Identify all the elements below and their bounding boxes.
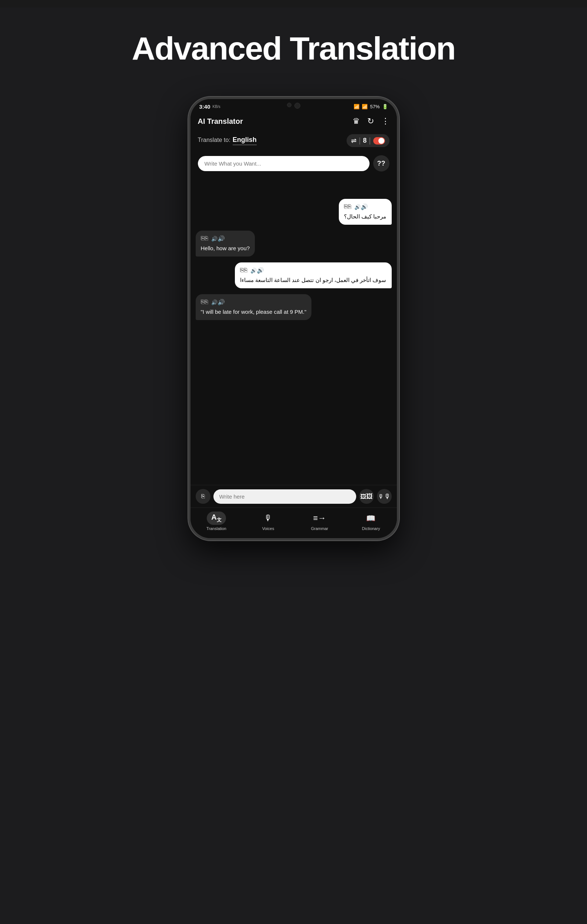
question-icon: ? bbox=[377, 160, 385, 167]
copy-icon-4[interactable]: ⎘ bbox=[201, 299, 208, 306]
message-bubble-2: ⎘ 🔊 Hello, how are you? bbox=[196, 231, 255, 256]
translate-bar: Translate to: English | 8 | bbox=[190, 130, 397, 152]
nav-item-translation[interactable]: A文 Translation bbox=[207, 512, 227, 531]
mic-icon: 🎙 bbox=[378, 493, 390, 500]
status-time: 3:40 bbox=[199, 104, 210, 110]
nav-dictionary-icon: 📖 bbox=[366, 514, 375, 523]
nav-dictionary-icon-wrap: 📖 bbox=[361, 512, 380, 525]
chat-spacer bbox=[190, 177, 397, 191]
bottom-nav: A文 Translation 🎙 Voices ≡→ Grammar 📖 bbox=[190, 507, 397, 538]
nav-voices-label: Voices bbox=[262, 526, 274, 531]
camera-dot-left bbox=[287, 103, 291, 107]
nav-voices-icon: 🎙 bbox=[264, 513, 272, 523]
bubble-4-text: "I will be late for work, please call at… bbox=[201, 308, 307, 316]
camera-dot-right bbox=[294, 103, 300, 109]
speaker-icon-4[interactable]: 🔊 bbox=[211, 299, 225, 306]
nav-grammar-icon-wrap: ≡→ bbox=[310, 512, 329, 525]
nav-item-voices[interactable]: 🎙 Voices bbox=[258, 512, 278, 531]
paste-icon[interactable]: ⎘ bbox=[196, 489, 210, 504]
divider: | bbox=[359, 136, 360, 145]
phone-frame: 3:40 KB/s 📶 📶 57% 🔋 AI Translator bbox=[188, 97, 399, 540]
page-title: Advanced Translation bbox=[132, 30, 455, 67]
page-wrapper: Advanced Translation 3:40 KB/s 📶 📶 57% 🔋… bbox=[0, 7, 587, 924]
header-icons bbox=[352, 116, 390, 126]
copy-icon-3[interactable]: ⎘ bbox=[240, 267, 248, 274]
wifi-icon: 📶 bbox=[354, 104, 359, 109]
translate-to-label: Translate to: bbox=[198, 137, 230, 144]
speaker-icon-3[interactable]: 🔊 bbox=[250, 267, 264, 274]
nav-translation-icon: A文 bbox=[211, 513, 221, 523]
speaker-icon-2[interactable]: 🔊 bbox=[211, 235, 225, 242]
nav-item-grammar[interactable]: ≡→ Grammar bbox=[310, 512, 329, 531]
bubble-2-text: Hello, how are you? bbox=[201, 244, 250, 252]
bubble-3-icons: ⎘ 🔊 bbox=[240, 267, 387, 274]
bottom-input-area: ⎘ 🖼 🎙 bbox=[190, 485, 397, 507]
camera-area bbox=[287, 103, 300, 109]
paste-symbol: ⎘ bbox=[201, 493, 205, 500]
nav-voices-icon-wrap: 🎙 bbox=[258, 512, 278, 525]
image-button[interactable]: 🖼 bbox=[359, 489, 374, 504]
app-header: AI Translator bbox=[190, 113, 397, 130]
search-area: ? bbox=[190, 152, 397, 177]
help-button[interactable]: ? bbox=[373, 155, 390, 172]
battery-icon: 🔋 bbox=[382, 104, 388, 109]
app-title: AI Translator bbox=[198, 117, 243, 125]
search-input[interactable] bbox=[198, 156, 369, 171]
bottom-input[interactable] bbox=[213, 489, 356, 504]
speaker-icon-1[interactable]: 🔊 bbox=[354, 203, 368, 210]
message-bubble-4: ⎘ 🔊 "I will be late for work, please cal… bbox=[196, 294, 312, 320]
battery-percent: 57% bbox=[370, 104, 380, 109]
nav-translation-icon-wrap: A文 bbox=[207, 512, 226, 525]
nav-dictionary-label: Dictionary bbox=[362, 526, 380, 531]
mic-button[interactable]: 🎙 bbox=[377, 489, 392, 504]
message-bubble-1: ⎘ 🔊 مرحبا كيف الحال؟ bbox=[339, 199, 391, 225]
copy-icon-1[interactable]: ⎘ bbox=[344, 203, 351, 210]
shuffle-icon[interactable] bbox=[351, 137, 357, 145]
signal-icon: 📶 bbox=[362, 104, 368, 109]
toggle-switch[interactable] bbox=[373, 137, 385, 145]
bottom-right-icons: 🖼 🎙 bbox=[359, 489, 392, 504]
bubble-4-icons: ⎘ 🔊 bbox=[201, 299, 307, 306]
count-badge: 8 bbox=[363, 137, 367, 145]
more-icon[interactable] bbox=[381, 116, 390, 126]
chat-area: ⎘ 🔊 مرحبا كيف الحال؟ ⎘ 🔊 Hello, how are … bbox=[190, 191, 397, 485]
nav-item-dictionary[interactable]: 📖 Dictionary bbox=[361, 512, 380, 531]
message-bubble-3: ⎘ 🔊 سوف اتأخر في العمل، ارجو ان تتصل عند… bbox=[235, 262, 392, 288]
bubble-1-text: مرحبا كيف الحال؟ bbox=[344, 213, 386, 220]
status-bar: 3:40 KB/s 📶 📶 57% 🔋 bbox=[190, 99, 397, 113]
copy-icon-2[interactable]: ⎘ bbox=[201, 235, 208, 242]
image-icon: 🖼 bbox=[360, 493, 373, 500]
translate-label-area: Translate to: English bbox=[198, 136, 257, 145]
bubble-3-text: سوف اتأخر في العمل، ارجو ان تتصل عند الس… bbox=[240, 276, 387, 284]
divider2: | bbox=[369, 136, 370, 145]
translate-language[interactable]: English bbox=[233, 136, 257, 145]
data-speed: KB/s bbox=[213, 105, 220, 109]
bubble-2-icons: ⎘ 🔊 bbox=[201, 235, 250, 242]
bubble-1-icons: ⎘ 🔊 bbox=[344, 203, 386, 210]
nav-translation-label: Translation bbox=[207, 526, 227, 531]
nav-grammar-icon: ≡→ bbox=[313, 513, 326, 523]
nav-grammar-label: Grammar bbox=[311, 526, 328, 531]
translate-controls: | 8 | bbox=[347, 134, 389, 147]
status-right: 📶 📶 57% 🔋 bbox=[354, 104, 388, 109]
crown-icon[interactable] bbox=[352, 116, 360, 126]
refresh-icon[interactable] bbox=[367, 116, 374, 126]
